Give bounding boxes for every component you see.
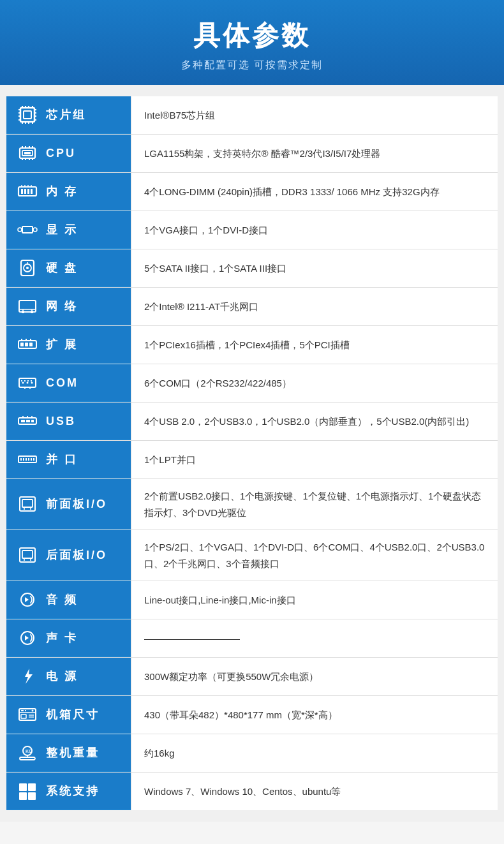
svg-rect-88 xyxy=(22,500,33,507)
spec-row-weight: KG 整机重量 约16kg xyxy=(6,734,498,773)
spec-row-display: 显 示 1个VGA接口，1个DVI-D接口 xyxy=(6,211,498,249)
spec-label-chipset: 芯片组 xyxy=(6,96,131,134)
spec-row-network: 网 络 2个Intel® I211-AT千兆网口 xyxy=(6,288,498,326)
icon-front-io xyxy=(15,492,40,516)
spec-row-expand: 扩 展 1个PCIex16插槽，1个PCIex4插槽，5个PCI插槽 xyxy=(6,326,498,364)
svg-rect-30 xyxy=(21,189,23,194)
svg-rect-67 xyxy=(21,380,22,381)
spec-value-content-com: 6个COM口（2个RS232/422/485） xyxy=(144,375,292,392)
svg-rect-75 xyxy=(26,420,30,422)
spec-value-content-power: 300W额定功率（可更换550W冗余电源） xyxy=(144,669,318,685)
spec-value-hdd: 5个SATA II接口，1个SATA III接口 xyxy=(131,249,498,287)
spec-value-audio: Line-out接口,Line-in接口,Mic-in接口 xyxy=(131,581,498,619)
spec-label-power: 电 源 xyxy=(6,658,131,695)
svg-rect-40 xyxy=(22,226,33,233)
spec-value-usb: 4个USB 2.0，2个USB3.0，1个USB2.0（内部垂直），5个USB2… xyxy=(131,403,498,440)
spec-label-text-memory: 内 存 xyxy=(46,184,78,199)
spec-value-cpu: LGA1155构架，支持英特尔® 酷睿™2/3代I3/I5/I7处理器 xyxy=(131,135,498,172)
spec-label-hdd: 硬 盘 xyxy=(6,249,131,287)
spec-row-parallel: 并 口 1个LPT并口 xyxy=(6,441,498,479)
svg-rect-102 xyxy=(21,714,26,718)
spec-value-content-memory: 4个LONG-DIMM (240pin)插槽，DDR3 1333/ 1066 M… xyxy=(144,184,440,200)
spec-label-case: 机箱尺寸 xyxy=(6,696,131,734)
page-subtitle: 多种配置可选 可按需求定制 xyxy=(13,59,491,72)
spec-value-network: 2个Intel® I211-AT千兆网口 xyxy=(131,288,498,325)
spec-value-content-cpu: LGA1155构架，支持英特尔® 酷睿™2/3代I3/I5/I7处理器 xyxy=(144,145,380,162)
spec-row-case: 机箱尺寸 430（带耳朵482）*480*177 mm（宽*深*高） xyxy=(6,696,498,734)
spec-value-content-parallel: 1个LPT并口 xyxy=(144,452,196,468)
spec-value-content-usb: 4个USB 2.0，2个USB3.0，1个USB2.0（内部垂直），5个USB2… xyxy=(144,413,469,430)
icon-rear-io xyxy=(15,543,40,567)
spec-label-text-os: 系统支持 xyxy=(46,783,100,799)
spec-label-memory: 内 存 xyxy=(6,173,131,211)
spec-label-text-parallel: 并 口 xyxy=(46,452,78,467)
spec-value-content-hdd: 5个SATA II接口，1个SATA III接口 xyxy=(144,260,286,277)
spec-label-text-power: 电 源 xyxy=(46,669,78,684)
icon-com xyxy=(15,371,40,395)
icon-parallel xyxy=(15,447,40,471)
svg-point-47 xyxy=(26,267,29,269)
svg-rect-54 xyxy=(22,311,24,313)
spec-label-text-hdd: 硬 盘 xyxy=(46,260,78,276)
spec-value-content-display: 1个VGA接口，1个DVI-D接口 xyxy=(144,222,268,239)
spec-value-front-io: 2个前置USB2.0接口、1个电源按键、1个复位键、1个电源指示灯、1个硬盘状态… xyxy=(131,479,498,529)
spec-value-display: 1个VGA接口，1个DVI-D接口 xyxy=(131,211,498,249)
spec-row-os: 系统支持 Windows 7、Windows 10、Centos、ubuntu等 xyxy=(6,773,498,810)
svg-rect-107 xyxy=(20,757,35,760)
spec-label-text-expand: 扩 展 xyxy=(46,337,78,352)
page-title: 具体参数 xyxy=(13,18,491,54)
spec-row-com: COM 6个COM口（2个RS232/422/485） xyxy=(6,364,498,403)
spec-row-soundcard: 声 卡 —————————— xyxy=(6,619,498,658)
svg-point-101 xyxy=(32,710,34,712)
spec-row-rear-io: 后面板I/O 1个PS/2口、1个VGA口、1个DVI-D口、6个COM口、4个… xyxy=(6,530,498,581)
svg-rect-109 xyxy=(19,783,27,791)
icon-hdd xyxy=(15,256,40,280)
svg-rect-33 xyxy=(31,189,33,194)
svg-rect-0 xyxy=(20,108,34,122)
spec-label-text-front-io: 前面板I/O xyxy=(46,496,107,512)
spec-label-audio: 音 频 xyxy=(6,581,131,619)
spec-row-power: 电 源 300W额定功率（可更换550W冗余电源） xyxy=(6,658,498,696)
svg-rect-86 xyxy=(33,458,34,461)
svg-rect-49 xyxy=(19,300,36,312)
spec-value-content-chipset: Intel®B75芯片组 xyxy=(144,107,215,124)
spec-row-usb: USB 4个USB 2.0，2个USB3.0，1个USB2.0（内部垂直），5个… xyxy=(6,403,498,441)
spec-label-text-usb: USB xyxy=(46,415,76,428)
icon-usb xyxy=(15,409,40,433)
icon-memory xyxy=(15,179,40,204)
svg-rect-110 xyxy=(28,783,36,791)
icon-display xyxy=(15,218,40,242)
svg-rect-1 xyxy=(24,111,31,119)
svg-rect-100 xyxy=(25,710,26,711)
spec-row-audio: 音 频 Line-out接口,Line-in接口,Mic-in接口 xyxy=(6,581,498,619)
svg-rect-68 xyxy=(24,380,26,381)
spec-value-content-front-io: 2个前置USB2.0接口、1个电源按键、1个复位键、1个电源指示灯、1个硬盘状态… xyxy=(144,488,485,521)
spec-row-front-io: 前面板I/O 2个前置USB2.0接口、1个电源按键、1个复位键、1个电源指示灯… xyxy=(6,479,498,530)
svg-point-38 xyxy=(18,228,22,232)
spec-row-hdd: 硬 盘 5个SATA II接口，1个SATA III接口 xyxy=(6,249,498,288)
spec-value-memory: 4个LONG-DIMM (240pin)插槽，DDR3 1333/ 1066 M… xyxy=(131,173,498,211)
spec-label-os: 系统支持 xyxy=(6,773,131,810)
svg-rect-69 xyxy=(27,380,29,381)
spec-row-cpu: CPU LGA1155构架，支持英特尔® 酷睿™2/3代I3/I5/I7处理器 xyxy=(6,135,498,173)
spec-value-weight: 约16kg xyxy=(131,734,498,772)
spec-label-text-case: 机箱尺寸 xyxy=(46,707,100,722)
svg-rect-70 xyxy=(31,380,32,381)
spec-label-network: 网 络 xyxy=(6,288,131,325)
spec-label-com: COM xyxy=(6,364,131,402)
icon-os xyxy=(15,779,40,803)
spec-value-content-expand: 1个PCIex16插槽，1个PCIex4插槽，5个PCI插槽 xyxy=(144,337,350,353)
svg-rect-58 xyxy=(25,343,28,346)
spec-label-cpu: CPU xyxy=(6,135,131,172)
spec-value-parallel: 1个LPT并口 xyxy=(131,441,498,478)
spec-label-text-cpu: CPU xyxy=(46,147,76,160)
svg-rect-55 xyxy=(31,311,33,313)
icon-power xyxy=(15,664,40,688)
header: 具体参数 多种配置可选 可按需求定制 xyxy=(0,0,504,85)
svg-rect-59 xyxy=(29,343,33,346)
svg-rect-112 xyxy=(28,792,36,800)
icon-weight: KG xyxy=(15,741,40,765)
svg-rect-81 xyxy=(20,458,22,461)
spec-label-front-io: 前面板I/O xyxy=(6,479,131,529)
svg-rect-99 xyxy=(21,710,24,711)
